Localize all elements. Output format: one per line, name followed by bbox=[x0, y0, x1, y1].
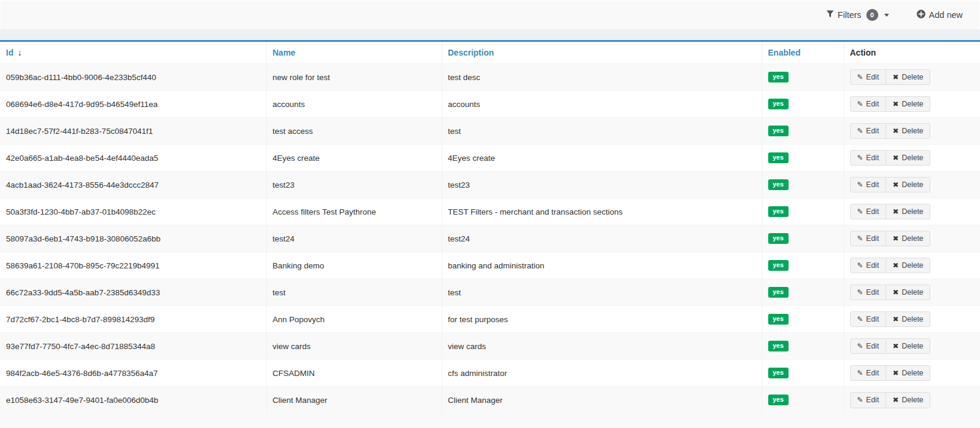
cell-id: 42e0a665-a1ab-4ea8-be54-4ef4440eada5 bbox=[0, 145, 266, 172]
table-row: e1058e63-3147-49e7-9401-fa0e006d0b4b Cli… bbox=[0, 387, 980, 414]
table-row: 93e77fd7-7750-4fc7-a4ec-8d71885344a8 vie… bbox=[0, 333, 980, 360]
cell-action: ✎ Edit ✖ Delete bbox=[844, 306, 980, 333]
delete-button[interactable]: ✖ Delete bbox=[885, 365, 930, 381]
table-row: 4acb1aad-3624-4173-8556-44e3dccc2847 tes… bbox=[0, 172, 980, 198]
edit-button[interactable]: ✎ Edit bbox=[850, 96, 887, 112]
delete-button[interactable]: ✖ Delete bbox=[885, 69, 930, 85]
pencil-icon: ✎ bbox=[857, 208, 863, 215]
edit-button[interactable]: ✎ Edit bbox=[850, 365, 887, 381]
roles-table-container: Id↓ Name Description Enabled Action 059b… bbox=[0, 40, 980, 428]
action-button-group: ✎ Edit ✖ Delete bbox=[850, 338, 931, 354]
delete-button[interactable]: ✖ Delete bbox=[885, 177, 930, 193]
cell-enabled: yes bbox=[762, 145, 844, 172]
cell-id: 93e77fd7-7750-4fc7-a4ec-8d71885344a8 bbox=[0, 333, 266, 360]
cell-enabled: yes bbox=[762, 172, 844, 198]
column-header-enabled[interactable]: Enabled bbox=[762, 42, 844, 64]
action-button-group: ✎ Edit ✖ Delete bbox=[850, 204, 931, 220]
delete-button[interactable]: ✖ Delete bbox=[885, 204, 930, 220]
cell-name: CFSADMIN bbox=[266, 360, 442, 387]
edit-button[interactable]: ✎ Edit bbox=[850, 69, 887, 85]
delete-button[interactable]: ✖ Delete bbox=[885, 338, 930, 354]
enabled-badge: yes bbox=[768, 179, 789, 190]
action-button-group: ✎ Edit ✖ Delete bbox=[850, 177, 931, 193]
table-row: 50a3f3fd-1230-4bb7-ab37-01b4098b22ec Acc… bbox=[0, 198, 980, 225]
delete-button[interactable]: ✖ Delete bbox=[885, 231, 930, 247]
cell-enabled: yes bbox=[762, 360, 844, 387]
edit-button[interactable]: ✎ Edit bbox=[850, 338, 887, 354]
delete-button[interactable]: ✖ Delete bbox=[885, 150, 930, 166]
pencil-icon: ✎ bbox=[857, 74, 863, 81]
enabled-badge: yes bbox=[768, 260, 789, 271]
action-button-group: ✎ Edit ✖ Delete bbox=[850, 231, 931, 247]
x-icon: ✖ bbox=[893, 262, 899, 269]
edit-button[interactable]: ✎ Edit bbox=[850, 285, 887, 301]
edit-button[interactable]: ✎ Edit bbox=[850, 392, 887, 408]
cell-enabled: yes bbox=[762, 118, 844, 145]
cell-description: Client Manager bbox=[442, 387, 762, 414]
column-header-name[interactable]: Name bbox=[266, 42, 442, 64]
edit-button[interactable]: ✎ Edit bbox=[850, 204, 887, 220]
x-icon: ✖ bbox=[893, 316, 899, 323]
edit-button[interactable]: ✎ Edit bbox=[850, 311, 887, 328]
x-icon: ✖ bbox=[893, 154, 899, 161]
cell-name: test23 bbox=[266, 172, 442, 198]
action-button-group: ✎ Edit ✖ Delete bbox=[850, 69, 931, 85]
filters-count-badge: 0 bbox=[866, 9, 878, 21]
pencil-icon: ✎ bbox=[857, 127, 863, 134]
cell-action: ✎ Edit ✖ Delete bbox=[844, 225, 980, 252]
action-button-group: ✎ Edit ✖ Delete bbox=[850, 392, 931, 408]
add-new-button[interactable]: Add new bbox=[917, 10, 963, 20]
enabled-badge: yes bbox=[768, 287, 789, 298]
table-row: 14d18ec7-57f2-441f-b283-75c0847041f1 tes… bbox=[0, 118, 980, 145]
cell-description: cfs administrator bbox=[442, 360, 762, 387]
cell-action: ✎ Edit ✖ Delete bbox=[844, 279, 980, 306]
pencil-icon: ✎ bbox=[857, 235, 863, 242]
pencil-icon: ✎ bbox=[857, 262, 863, 269]
cell-name: test access bbox=[266, 118, 442, 145]
cell-enabled: yes bbox=[762, 198, 844, 225]
column-header-description[interactable]: Description bbox=[442, 42, 762, 64]
delete-button[interactable]: ✖ Delete bbox=[885, 123, 930, 139]
cell-description: test bbox=[442, 118, 762, 145]
edit-button[interactable]: ✎ Edit bbox=[850, 231, 887, 247]
edit-button[interactable]: ✎ Edit bbox=[850, 258, 887, 274]
roles-table: Id↓ Name Description Enabled Action 059b… bbox=[0, 42, 980, 414]
action-button-group: ✎ Edit ✖ Delete bbox=[850, 258, 931, 274]
cell-name: accounts bbox=[266, 91, 442, 118]
column-header-id[interactable]: Id↓ bbox=[0, 42, 266, 64]
x-icon: ✖ bbox=[893, 100, 899, 108]
action-button-group: ✎ Edit ✖ Delete bbox=[850, 311, 931, 328]
delete-button[interactable]: ✖ Delete bbox=[885, 311, 930, 328]
cell-name: Ann Popovych bbox=[266, 306, 442, 333]
cell-enabled: yes bbox=[762, 91, 844, 118]
pencil-icon: ✎ bbox=[857, 369, 863, 377]
filters-button[interactable]: Filters 0 bbox=[826, 9, 888, 21]
enabled-badge: yes bbox=[768, 314, 789, 325]
edit-button[interactable]: ✎ Edit bbox=[850, 177, 887, 193]
delete-button[interactable]: ✖ Delete bbox=[885, 258, 930, 274]
cell-id: 58639a61-2108-470b-895c-79c2219b4991 bbox=[0, 252, 266, 279]
filter-icon bbox=[826, 10, 834, 20]
plus-circle-icon bbox=[917, 10, 926, 20]
cell-name: new role for test bbox=[266, 64, 442, 91]
delete-button[interactable]: ✖ Delete bbox=[885, 392, 930, 408]
action-button-group: ✎ Edit ✖ Delete bbox=[850, 365, 931, 381]
cell-description: test23 bbox=[442, 172, 762, 198]
enabled-badge: yes bbox=[768, 126, 789, 136]
cell-action: ✎ Edit ✖ Delete bbox=[844, 118, 980, 145]
filters-label: Filters bbox=[838, 10, 861, 20]
cell-name: Client Manager bbox=[266, 387, 442, 414]
delete-button[interactable]: ✖ Delete bbox=[885, 285, 930, 301]
table-row: 66c72a33-9dd5-4a5b-aab7-2385d6349d33 tes… bbox=[0, 279, 980, 306]
pencil-icon: ✎ bbox=[857, 289, 863, 296]
cell-name: Banking demo bbox=[266, 252, 442, 279]
edit-button[interactable]: ✎ Edit bbox=[850, 150, 887, 166]
delete-button[interactable]: ✖ Delete bbox=[885, 96, 930, 112]
x-icon: ✖ bbox=[893, 208, 899, 215]
toolbar-panel: Filters 0 Add new bbox=[1, 1, 979, 29]
table-bottom-fill bbox=[0, 414, 980, 428]
edit-button[interactable]: ✎ Edit bbox=[850, 123, 887, 139]
cell-name: Access filters Test Paythrone bbox=[266, 198, 442, 225]
x-icon: ✖ bbox=[893, 289, 899, 296]
cell-enabled: yes bbox=[762, 333, 844, 360]
